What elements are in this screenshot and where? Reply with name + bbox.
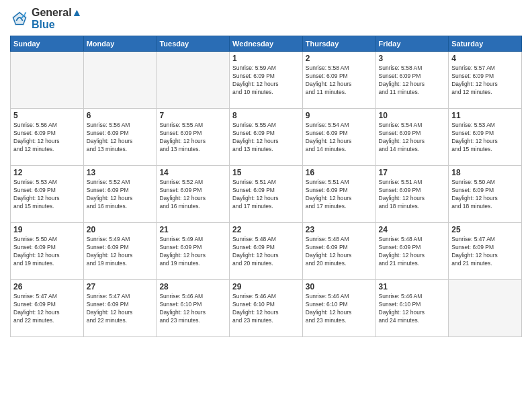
calendar-cell: 9Sunrise: 5:54 AM Sunset: 6:09 PM Daylig… bbox=[302, 109, 375, 166]
weekday-header-wednesday: Wednesday bbox=[230, 36, 303, 52]
calendar-cell: 8Sunrise: 5:55 AM Sunset: 6:09 PM Daylig… bbox=[230, 109, 303, 166]
day-info: Sunrise: 5:51 AM Sunset: 6:09 PM Dayligh… bbox=[306, 179, 373, 211]
day-number: 27 bbox=[87, 282, 154, 291]
day-info: Sunrise: 5:48 AM Sunset: 6:09 PM Dayligh… bbox=[232, 236, 300, 268]
day-info: Sunrise: 5:56 AM Sunset: 6:09 PM Dayligh… bbox=[87, 122, 154, 154]
day-info: Sunrise: 5:56 AM Sunset: 6:09 PM Dayligh… bbox=[13, 122, 81, 154]
day-number: 9 bbox=[306, 111, 373, 120]
day-number: 1 bbox=[232, 54, 300, 63]
day-info: Sunrise: 5:53 AM Sunset: 6:09 PM Dayligh… bbox=[451, 122, 519, 154]
day-number: 26 bbox=[13, 282, 81, 291]
day-number: 12 bbox=[13, 168, 81, 177]
calendar-cell: 7Sunrise: 5:55 AM Sunset: 6:09 PM Daylig… bbox=[157, 109, 230, 166]
weekday-header-thursday: Thursday bbox=[302, 36, 375, 52]
day-info: Sunrise: 5:46 AM Sunset: 6:10 PM Dayligh… bbox=[159, 293, 226, 325]
calendar-cell: 20Sunrise: 5:49 AM Sunset: 6:09 PM Dayli… bbox=[83, 223, 157, 280]
week-row-4: 19Sunrise: 5:50 AM Sunset: 6:09 PM Dayli… bbox=[11, 223, 522, 280]
day-number: 8 bbox=[232, 111, 300, 120]
calendar-cell: 12Sunrise: 5:53 AM Sunset: 6:09 PM Dayli… bbox=[11, 166, 84, 223]
logo-icon bbox=[10, 9, 29, 28]
day-info: Sunrise: 5:47 AM Sunset: 6:09 PM Dayligh… bbox=[87, 293, 154, 325]
calendar-cell: 17Sunrise: 5:51 AM Sunset: 6:09 PM Dayli… bbox=[375, 166, 449, 223]
calendar-cell: 5Sunrise: 5:56 AM Sunset: 6:09 PM Daylig… bbox=[11, 109, 84, 166]
calendar-table: SundayMondayTuesdayWednesdayThursdayFrid… bbox=[10, 36, 522, 337]
calendar-cell bbox=[11, 52, 84, 109]
calendar-cell: 10Sunrise: 5:54 AM Sunset: 6:09 PM Dayli… bbox=[375, 109, 449, 166]
week-row-5: 26Sunrise: 5:47 AM Sunset: 6:09 PM Dayli… bbox=[11, 280, 522, 337]
day-info: Sunrise: 5:53 AM Sunset: 6:09 PM Dayligh… bbox=[13, 179, 81, 211]
day-number: 7 bbox=[159, 111, 226, 120]
day-number: 3 bbox=[379, 54, 446, 63]
day-number: 6 bbox=[87, 111, 154, 120]
day-info: Sunrise: 5:58 AM Sunset: 6:09 PM Dayligh… bbox=[306, 64, 373, 97]
day-info: Sunrise: 5:47 AM Sunset: 6:09 PM Dayligh… bbox=[451, 236, 519, 268]
day-info: Sunrise: 5:51 AM Sunset: 6:09 PM Dayligh… bbox=[232, 179, 300, 211]
day-info: Sunrise: 5:50 AM Sunset: 6:09 PM Dayligh… bbox=[451, 179, 519, 211]
calendar-cell: 19Sunrise: 5:50 AM Sunset: 6:09 PM Dayli… bbox=[11, 223, 84, 280]
weekday-header-saturday: Saturday bbox=[449, 36, 522, 52]
day-number: 22 bbox=[232, 225, 300, 234]
logo-text: General▲ Blue bbox=[32, 7, 82, 30]
day-info: Sunrise: 5:55 AM Sunset: 6:09 PM Dayligh… bbox=[232, 122, 300, 154]
weekday-header-monday: Monday bbox=[83, 36, 157, 52]
day-info: Sunrise: 5:52 AM Sunset: 6:09 PM Dayligh… bbox=[87, 179, 154, 211]
weekday-header-sunday: Sunday bbox=[11, 36, 84, 52]
day-number: 18 bbox=[451, 168, 519, 177]
day-info: Sunrise: 5:46 AM Sunset: 6:10 PM Dayligh… bbox=[232, 293, 300, 325]
day-info: Sunrise: 5:50 AM Sunset: 6:09 PM Dayligh… bbox=[13, 236, 81, 268]
weekday-header-tuesday: Tuesday bbox=[157, 36, 230, 52]
calendar-cell bbox=[83, 52, 157, 109]
day-number: 30 bbox=[306, 282, 373, 291]
day-number: 20 bbox=[87, 225, 154, 234]
weekday-header-row: SundayMondayTuesdayWednesdayThursdayFrid… bbox=[11, 36, 522, 52]
day-info: Sunrise: 5:57 AM Sunset: 6:09 PM Dayligh… bbox=[451, 64, 519, 97]
day-info: Sunrise: 5:46 AM Sunset: 6:10 PM Dayligh… bbox=[306, 293, 373, 325]
calendar-cell: 24Sunrise: 5:48 AM Sunset: 6:09 PM Dayli… bbox=[375, 223, 449, 280]
day-number: 25 bbox=[451, 225, 519, 234]
day-number: 14 bbox=[159, 168, 226, 177]
day-number: 23 bbox=[306, 225, 373, 234]
day-number: 5 bbox=[13, 111, 81, 120]
day-number: 11 bbox=[451, 111, 519, 120]
calendar-cell: 26Sunrise: 5:47 AM Sunset: 6:09 PM Dayli… bbox=[11, 280, 84, 337]
week-row-3: 12Sunrise: 5:53 AM Sunset: 6:09 PM Dayli… bbox=[11, 166, 522, 223]
day-info: Sunrise: 5:51 AM Sunset: 6:09 PM Dayligh… bbox=[379, 179, 446, 211]
calendar-cell: 31Sunrise: 5:46 AM Sunset: 6:10 PM Dayli… bbox=[375, 280, 449, 337]
calendar-cell: 29Sunrise: 5:46 AM Sunset: 6:10 PM Dayli… bbox=[230, 280, 303, 337]
day-info: Sunrise: 5:58 AM Sunset: 6:09 PM Dayligh… bbox=[379, 64, 446, 97]
calendar-cell: 23Sunrise: 5:48 AM Sunset: 6:09 PM Dayli… bbox=[302, 223, 375, 280]
page: General▲ Blue SundayMondayTuesdayWednesd… bbox=[0, 0, 532, 411]
calendar-cell: 28Sunrise: 5:46 AM Sunset: 6:10 PM Dayli… bbox=[157, 280, 230, 337]
logo: General▲ Blue bbox=[10, 7, 82, 30]
day-number: 2 bbox=[306, 54, 373, 63]
day-info: Sunrise: 5:55 AM Sunset: 6:09 PM Dayligh… bbox=[159, 122, 226, 154]
calendar-cell: 2Sunrise: 5:58 AM Sunset: 6:09 PM Daylig… bbox=[302, 52, 375, 109]
calendar-cell: 4Sunrise: 5:57 AM Sunset: 6:09 PM Daylig… bbox=[449, 52, 522, 109]
day-info: Sunrise: 5:48 AM Sunset: 6:09 PM Dayligh… bbox=[306, 236, 373, 268]
calendar-cell: 6Sunrise: 5:56 AM Sunset: 6:09 PM Daylig… bbox=[83, 109, 157, 166]
day-info: Sunrise: 5:54 AM Sunset: 6:09 PM Dayligh… bbox=[379, 122, 446, 154]
week-row-2: 5Sunrise: 5:56 AM Sunset: 6:09 PM Daylig… bbox=[11, 109, 522, 166]
calendar-cell: 1Sunrise: 5:59 AM Sunset: 6:09 PM Daylig… bbox=[230, 52, 303, 109]
day-number: 4 bbox=[451, 54, 519, 63]
header: General▲ Blue bbox=[10, 7, 522, 30]
day-info: Sunrise: 5:52 AM Sunset: 6:09 PM Dayligh… bbox=[159, 179, 226, 211]
calendar-cell: 30Sunrise: 5:46 AM Sunset: 6:10 PM Dayli… bbox=[302, 280, 375, 337]
day-info: Sunrise: 5:49 AM Sunset: 6:09 PM Dayligh… bbox=[87, 236, 154, 268]
calendar-cell bbox=[157, 52, 230, 109]
day-number: 28 bbox=[159, 282, 226, 291]
calendar-cell: 27Sunrise: 5:47 AM Sunset: 6:09 PM Dayli… bbox=[83, 280, 157, 337]
calendar-cell: 13Sunrise: 5:52 AM Sunset: 6:09 PM Dayli… bbox=[83, 166, 157, 223]
day-number: 15 bbox=[232, 168, 300, 177]
day-number: 31 bbox=[379, 282, 446, 291]
calendar-cell: 14Sunrise: 5:52 AM Sunset: 6:09 PM Dayli… bbox=[157, 166, 230, 223]
day-number: 16 bbox=[306, 168, 373, 177]
day-info: Sunrise: 5:59 AM Sunset: 6:09 PM Dayligh… bbox=[232, 64, 300, 97]
calendar-cell: 22Sunrise: 5:48 AM Sunset: 6:09 PM Dayli… bbox=[230, 223, 303, 280]
day-number: 10 bbox=[379, 111, 446, 120]
calendar-cell: 11Sunrise: 5:53 AM Sunset: 6:09 PM Dayli… bbox=[449, 109, 522, 166]
calendar-cell: 3Sunrise: 5:58 AM Sunset: 6:09 PM Daylig… bbox=[375, 52, 449, 109]
calendar-cell: 15Sunrise: 5:51 AM Sunset: 6:09 PM Dayli… bbox=[230, 166, 303, 223]
day-info: Sunrise: 5:47 AM Sunset: 6:09 PM Dayligh… bbox=[13, 293, 81, 325]
day-number: 29 bbox=[232, 282, 300, 291]
